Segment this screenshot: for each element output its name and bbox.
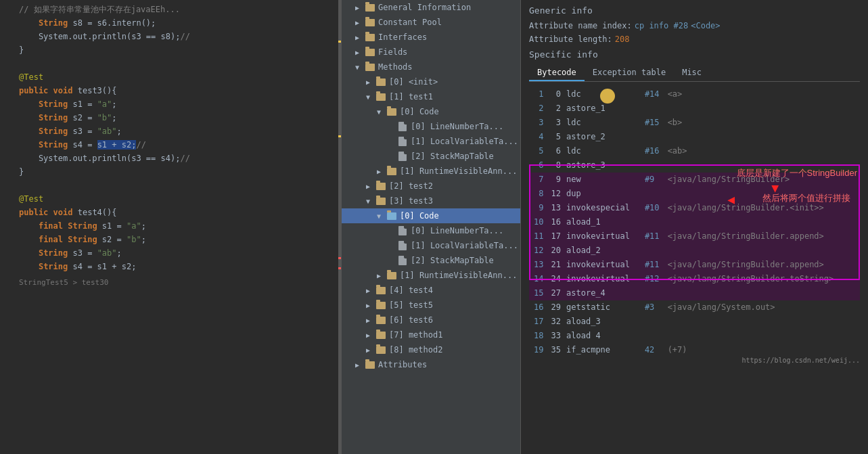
tree-item-test1-code[interactable]: ▼ [0] Code <box>342 104 520 119</box>
bytecode-row: 1935if_acmpne42(+7) <box>529 343 860 357</box>
folder-icon <box>365 17 375 28</box>
bytecode-table: 10ldc#14<a>22astore_133ldc#15<b>45astore… <box>529 87 860 357</box>
annotation: @Test <box>19 70 336 84</box>
bc-arg[interactable]: #10 <box>642 201 665 215</box>
annotation-arrow-left: ◀ <box>727 192 735 206</box>
bytecode-row: 1016aload_1 <box>529 215 860 229</box>
tree-item-test3[interactable]: ▼ [3] test3 <box>342 194 520 208</box>
tree-label: [1] LocalVariableTa... <box>411 241 518 250</box>
tree-label: [1] test1 <box>389 92 433 101</box>
tree-item-general[interactable]: ▶ General Information <box>342 0 520 15</box>
code-panel: // 如果字符串常量池中不存在javaEEh... String s8 = s6… <box>0 0 342 454</box>
tree-label: [6] test6 <box>389 315 433 325</box>
bc-arg[interactable]: #9 <box>642 173 665 187</box>
tree-item-interfaces[interactable]: ▶ Interfaces <box>342 30 520 45</box>
tree-item-test1-localvariable[interactable]: ▶ [1] LocalVariableTa... <box>342 134 520 149</box>
tree-item-test3-localvariable[interactable]: ▶ [1] LocalVariableTa... <box>342 238 520 253</box>
bytecode-container: 10ldc#14<a>22astore_133ldc#15<b>45astore… <box>529 87 860 357</box>
bc-line-num: 1 <box>529 87 547 101</box>
tab-bytecode[interactable]: Bytecode <box>529 65 585 81</box>
bc-arg[interactable]: #16 <box>642 144 665 158</box>
tree-arrow: ▶ <box>355 49 363 56</box>
code-text: String s2 = "b"; <box>19 111 336 124</box>
code-line: // 如果字符串常量池中不存在javaEEh... <box>0 3 341 16</box>
bc-comment: <java/lang/System.out> <box>665 300 860 315</box>
breadcrumb-text: StringTest5 > test30 <box>19 276 336 290</box>
code-comment: // 如果字符串常量池中不存在javaEEh... <box>19 3 336 16</box>
tree-item-test6[interactable]: ▶ [6] test6 <box>342 313 520 327</box>
code-text: System.out.println(s3 == s4);// <box>19 152 336 165</box>
tree-item-methods[interactable]: ▼ Methods <box>342 60 520 74</box>
bc-arg[interactable]: 42 <box>642 343 665 357</box>
attr-name-code: <Code> <box>691 21 720 30</box>
tree-arrow: ▶ <box>355 4 363 12</box>
bc-arg[interactable]: #15 <box>642 116 665 130</box>
bc-arg <box>642 286 665 300</box>
tree-item-test3-runtimevis[interactable]: ▶ [1] RuntimeVisibleAnn... <box>342 268 520 283</box>
folder-icon <box>375 344 386 355</box>
tree-item-test2[interactable]: ▶ [2] test2 <box>342 179 520 194</box>
tree-label: [1] LocalVariableTa... <box>411 137 518 146</box>
bc-arg <box>642 329 665 343</box>
tree-item-method1[interactable]: ▶ [7] method1 <box>342 327 520 342</box>
bc-arg[interactable]: #12 <box>642 272 665 286</box>
tree-item-test3-linenumber[interactable]: ▶ [0] LineNumberTa... <box>342 223 520 238</box>
code-text: public void test4(){ <box>19 206 336 219</box>
tree-label: [0] LineNumberTa... <box>411 122 503 131</box>
bc-arg <box>642 130 665 144</box>
bc-offset: 0 <box>547 87 564 101</box>
tree-item-method2[interactable]: ▶ [8] method2 <box>342 342 520 357</box>
bc-comment <box>665 244 860 258</box>
bc-comment: <ab> <box>665 144 860 158</box>
stripe-mark <box>338 267 341 269</box>
tree-label: [1] RuntimeVisibleAnn... <box>400 166 517 176</box>
tree-item-fields[interactable]: ▶ Fields <box>342 45 520 60</box>
code-line: final String s2 = "b"; <box>0 233 341 246</box>
code-line: StringTest5 > test30 <box>0 276 341 290</box>
bytecode-row: 1732aload_3 <box>529 315 860 329</box>
tree-item-test3-code[interactable]: ▼ [0] Code <box>342 208 520 223</box>
bc-comment: (+7) <box>665 343 860 357</box>
attr-name-label: Attribute name index: <box>529 21 632 30</box>
tree-item-test5[interactable]: ▶ [5] test5 <box>342 298 520 313</box>
bc-arg[interactable]: #14 <box>642 87 665 101</box>
bc-line-num: 15 <box>529 286 547 300</box>
tree-item-test1-stackmap[interactable]: ▶ [2] StackMapTable <box>342 149 520 164</box>
code-line: @Test <box>0 192 341 206</box>
tree-item-attributes[interactable]: ▶ Attributes <box>342 357 520 372</box>
bc-offset: 9 <box>547 173 564 187</box>
bc-arg[interactable]: #11 <box>642 258 665 272</box>
bc-offset: 3 <box>547 116 564 130</box>
bytecode-tabs: Bytecode Exception table Misc <box>529 65 860 82</box>
tree-item-init[interactable]: ▶ [0] <init> <box>342 74 520 89</box>
tree-item-test3-stackmap[interactable]: ▶ [2] StackMapTable <box>342 253 520 268</box>
bc-opcode: astore_4 <box>564 286 642 300</box>
tree-item-test4[interactable]: ▶ [4] test4 <box>342 283 520 298</box>
tab-exception-table[interactable]: Exception table <box>585 65 674 81</box>
tab-misc[interactable]: Misc <box>674 65 710 81</box>
code-line: } <box>0 165 341 179</box>
tree-item-test1-runtimevis[interactable]: ▶ [1] RuntimeVisibleAnn... <box>342 164 520 179</box>
code-text: final String s2 = "b"; <box>19 233 336 246</box>
bc-offset: 21 <box>547 258 564 272</box>
bc-offset: 29 <box>547 300 564 315</box>
folder-icon <box>386 166 397 177</box>
bc-arg[interactable]: #11 <box>642 229 665 244</box>
folder-icon <box>375 315 386 325</box>
attr-name-value[interactable]: cp info #28 <box>635 21 688 30</box>
bc-offset: 12 <box>547 187 564 201</box>
code-line: public void test4(){ <box>0 206 341 219</box>
stripe-mark <box>338 135 341 137</box>
code-line: String s2 = "b"; <box>0 111 341 124</box>
bc-line-num: 10 <box>529 215 547 229</box>
bc-arg[interactable]: #3 <box>642 300 665 315</box>
bc-line-num: 17 <box>529 315 547 329</box>
tree-item-constant-pool[interactable]: ▶ Constant Pool <box>342 15 520 30</box>
bc-line-num: 5 <box>529 144 547 158</box>
bc-opcode: invokespecial <box>564 201 642 215</box>
code-content: // 如果字符串常量池中不存在javaEEh... String s8 = s6… <box>0 0 341 292</box>
tree-label: [8] method2 <box>389 345 442 355</box>
tree-item-test1[interactable]: ▼ [1] test1 <box>342 89 520 104</box>
tree-item-test1-linenumber[interactable]: ▶ [0] LineNumberTa... <box>342 119 520 134</box>
tree-label: [0] <init> <box>389 77 438 87</box>
